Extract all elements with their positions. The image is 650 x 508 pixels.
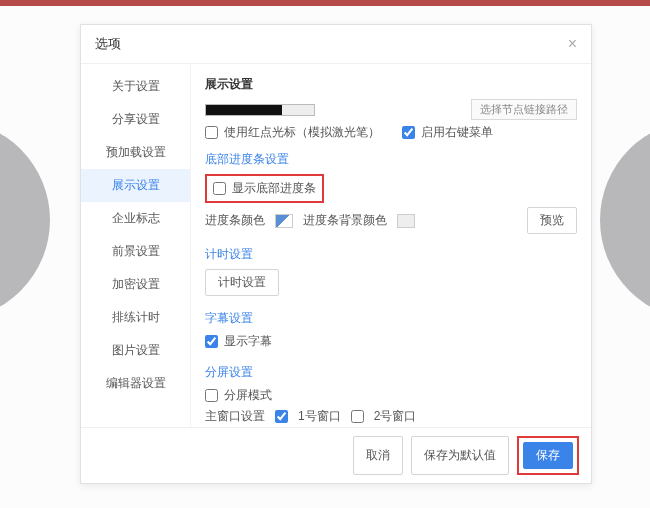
- dialog-footer: 取消 保存为默认值 保存: [81, 427, 591, 483]
- timer-settings-button[interactable]: 计时设置: [205, 269, 279, 296]
- right-click-label: 启用右键菜单: [421, 124, 493, 141]
- sidebar-item-preload[interactable]: 预加载设置: [81, 136, 190, 169]
- right-click-checkbox[interactable]: [402, 126, 415, 139]
- sidebar-item-rehearsal[interactable]: 排练计时: [81, 301, 190, 334]
- sidebar-item-display[interactable]: 展示设置: [81, 169, 190, 202]
- window2-label: 2号窗口: [374, 408, 417, 425]
- gradient-preview: [205, 104, 315, 116]
- show-progress-checkbox[interactable]: [213, 182, 226, 195]
- bar-color-swatch[interactable]: [275, 214, 293, 228]
- dialog-title: 选项: [95, 35, 121, 53]
- sidebar-item-foreground[interactable]: 前景设置: [81, 235, 190, 268]
- red-cursor-label: 使用红点光标（模拟激光笔）: [224, 124, 380, 141]
- progress-section-title: 底部进度条设置: [205, 151, 577, 168]
- display-section-title: 展示设置: [205, 76, 577, 93]
- settings-content: 展示设置 选择节点链接路径 使用红点光标（模拟激光笔） 启用右键菜单 底部进度条…: [191, 64, 591, 427]
- bg-color-label: 进度条背景颜色: [303, 212, 387, 229]
- show-subtitle-label: 显示字幕: [224, 333, 272, 350]
- red-cursor-checkbox[interactable]: [205, 126, 218, 139]
- settings-sidebar: 关于设置 分享设置 预加载设置 展示设置 企业标志 前景设置 加密设置 排练计时…: [81, 64, 191, 427]
- timer-section-title: 计时设置: [205, 246, 577, 263]
- show-subtitle-checkbox[interactable]: [205, 335, 218, 348]
- show-progress-label: 显示底部进度条: [232, 180, 316, 197]
- save-button[interactable]: 保存: [523, 442, 573, 469]
- sidebar-item-editor[interactable]: 编辑器设置: [81, 367, 190, 400]
- split-mode-label: 分屏模式: [224, 387, 272, 404]
- sidebar-item-image[interactable]: 图片设置: [81, 334, 190, 367]
- window2-checkbox[interactable]: [351, 410, 364, 423]
- sidebar-item-logo[interactable]: 企业标志: [81, 202, 190, 235]
- preview-button[interactable]: 预览: [527, 207, 577, 234]
- main-window-label: 主窗口设置: [205, 408, 265, 425]
- window1-label: 1号窗口: [298, 408, 341, 425]
- save-highlight: 保存: [517, 436, 579, 475]
- chapter-link-button[interactable]: 选择节点链接路径: [471, 99, 577, 120]
- subtitle-section-title: 字幕设置: [205, 310, 577, 327]
- show-progress-highlight: 显示底部进度条: [205, 174, 324, 203]
- split-section-title: 分屏设置: [205, 364, 577, 381]
- bg-color-swatch[interactable]: [397, 214, 415, 228]
- save-default-button[interactable]: 保存为默认值: [411, 436, 509, 475]
- sidebar-item-share[interactable]: 分享设置: [81, 103, 190, 136]
- window1-checkbox[interactable]: [275, 410, 288, 423]
- bar-color-label: 进度条颜色: [205, 212, 265, 229]
- dialog-header: 选项 ×: [81, 25, 591, 64]
- cancel-button[interactable]: 取消: [353, 436, 403, 475]
- close-icon[interactable]: ×: [568, 36, 577, 52]
- split-mode-checkbox[interactable]: [205, 389, 218, 402]
- sidebar-item-encrypt[interactable]: 加密设置: [81, 268, 190, 301]
- options-dialog: 选项 × 关于设置 分享设置 预加载设置 展示设置 企业标志 前景设置 加密设置…: [80, 24, 592, 484]
- sidebar-item-about[interactable]: 关于设置: [81, 70, 190, 103]
